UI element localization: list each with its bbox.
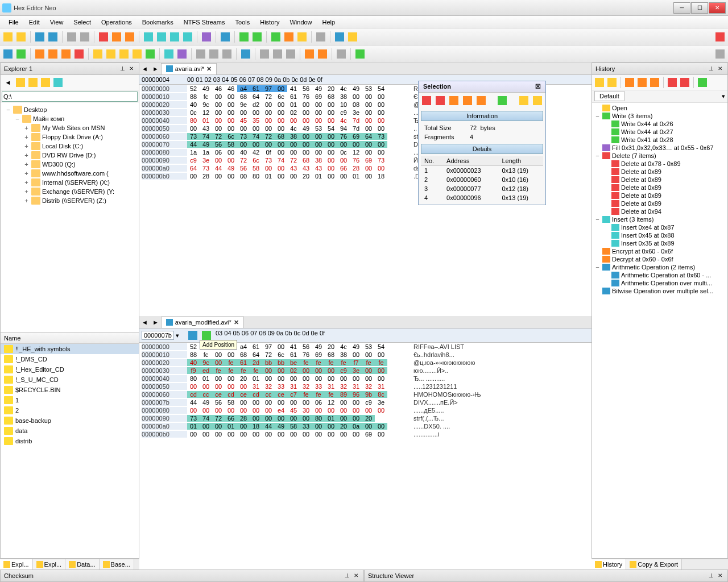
view3-button[interactable] [169, 31, 180, 43]
edit3-button[interactable] [60, 48, 72, 60]
compare-button[interactable] [220, 31, 231, 43]
file-item[interactable]: !_Hex_Editor_CD [1, 364, 139, 375]
explorer-tab[interactable]: Base... [100, 559, 134, 569]
history-item[interactable]: Delete at 0x94 [593, 207, 726, 215]
sel-btn4[interactable] [462, 95, 473, 106]
history-item[interactable]: Arithmetic Operation at 0x60 - ... [593, 271, 726, 279]
file-item[interactable]: base-backup [1, 415, 139, 426]
name-column[interactable]: Name [1, 333, 139, 344]
plugin-button[interactable] [354, 48, 366, 60]
history-item[interactable]: Bitwise Operation over multiple sel... [593, 287, 726, 295]
view-button[interactable] [52, 77, 64, 88]
view1-button[interactable] [143, 31, 154, 43]
sel-btn5[interactable] [475, 95, 487, 106]
about-button[interactable] [251, 31, 263, 43]
history-item[interactable]: Insert 0x45 at 0x88 [593, 231, 726, 239]
sel-btn3[interactable] [448, 95, 460, 106]
view2-button[interactable] [156, 31, 167, 43]
history-item[interactable]: Write 0x44 at 0x26 [593, 120, 726, 128]
pin-icon[interactable]: ⊥ [707, 65, 715, 73]
history-item[interactable]: Delete at 0x89 [593, 184, 726, 192]
find-button[interactable] [195, 48, 206, 60]
close-panel-button[interactable]: ✕ [352, 572, 360, 580]
op2-button[interactable] [272, 48, 283, 60]
hex-row[interactable]: 0000004080010000200100000000000000000000… [139, 375, 592, 383]
hist-btn2[interactable] [606, 77, 618, 88]
file-item[interactable]: 1 [1, 395, 139, 405]
addpos-button[interactable] [187, 330, 198, 341]
globe-button[interactable] [270, 31, 282, 43]
file-item[interactable]: !_S_U_MC_CD [1, 375, 139, 385]
op1-button[interactable] [259, 48, 270, 60]
op3-button[interactable] [285, 48, 296, 60]
history-item[interactable]: Insert 0xe4 at 0x87 [593, 223, 726, 231]
history-item[interactable]: Delete at 0x89 [593, 192, 726, 199]
history-item[interactable]: Open [593, 104, 726, 112]
flag-button[interactable] [714, 31, 726, 43]
tree-node[interactable]: +Distrib (\\SERVER) (Z:) [3, 196, 136, 205]
menu-view[interactable]: View [45, 17, 69, 27]
unlock-button[interactable] [317, 48, 328, 60]
file-item[interactable]: !!_HE_with symbols [1, 344, 139, 354]
addr-input[interactable]: 0000007b [142, 331, 174, 340]
menu-bookmarks[interactable]: Bookmarks [137, 17, 179, 27]
menu-history[interactable]: History [255, 17, 284, 27]
selection-close-button[interactable]: ☒ [535, 83, 541, 90]
history-item[interactable]: Decrypt at 0x60 - 0x6f [593, 255, 726, 263]
tree-node[interactable]: +DVD RW Drive (D:) [3, 151, 136, 160]
email-button[interactable] [283, 31, 295, 43]
tool2-button[interactable] [105, 48, 117, 60]
menu-ntfs-streams[interactable]: NTFS Streams [179, 17, 230, 27]
explorer-tab[interactable]: Expl... [33, 559, 66, 569]
newfolder-button[interactable] [40, 77, 51, 88]
drive-combo[interactable]: Q:\ [2, 92, 138, 102]
tree-node[interactable]: −Desktop [3, 105, 136, 114]
explorer-tab[interactable]: Data... [65, 559, 99, 569]
preview-button[interactable] [79, 31, 90, 43]
help-button[interactable] [238, 31, 250, 43]
history-item[interactable]: Arithmetic Operation over multi... [593, 279, 726, 287]
hex-row[interactable]: 0000007b4449565800000000000006120000c93e… [139, 398, 592, 406]
extra-button[interactable] [714, 48, 726, 60]
cart-button[interactable] [296, 31, 308, 43]
undo-button[interactable] [2, 48, 14, 60]
hex-tab-2[interactable]: avaria_modified.avi* ✕ [161, 317, 244, 328]
tree-node[interactable]: +Internal (\\SERVER) (X:) [3, 178, 136, 187]
history-item[interactable]: Delete at 0x78 - 0x89 [593, 160, 726, 168]
paste-button[interactable] [124, 31, 135, 43]
saveall-button[interactable] [47, 31, 59, 43]
back-button[interactable]: ◄ [2, 77, 14, 88]
hex-row[interactable]: 000000b000000000000000000000000000006900… [139, 430, 592, 438]
next-tab-button[interactable]: ► [150, 65, 161, 72]
info-button[interactable] [334, 31, 345, 43]
copy-button[interactable] [111, 31, 122, 43]
history-item[interactable]: Fill 0x31,0x32,0x33… at 0x55 - 0x67 [593, 144, 726, 152]
history-item[interactable]: −Insert (3 items) [593, 215, 726, 223]
close-panel-button[interactable]: ✕ [716, 572, 724, 580]
tree-node[interactable]: +Local Disk (C:) [3, 142, 136, 151]
pin-icon[interactable]: ⊥ [707, 572, 715, 580]
hex-row[interactable]: 0000005000000000003132333132333132313231… [139, 383, 592, 390]
goto-button[interactable] [163, 48, 175, 60]
close-button[interactable]: ✕ [709, 2, 726, 14]
menu-tools[interactable]: Tools [230, 17, 255, 27]
hex-row[interactable]: 00000090737472662800000000008001000020st… [139, 414, 592, 422]
redo-button[interactable] [15, 48, 27, 60]
sel-btn2[interactable] [435, 95, 446, 106]
hex-row[interactable]: 000000a0010000010018444958330000200a0000… [139, 422, 592, 430]
history-tab[interactable]: History [592, 559, 626, 569]
folder-tree[interactable]: −Desktop−Майн комп+My Web Sites on MSN+F… [1, 103, 139, 332]
hist-btn4[interactable] [636, 77, 648, 88]
hist-btn8[interactable] [697, 77, 708, 88]
hist-btn3[interactable] [624, 77, 635, 88]
tab-close-button[interactable]: ✕ [234, 319, 239, 326]
close-panel-button[interactable]: ✕ [127, 65, 135, 73]
refresh-button[interactable] [27, 77, 39, 88]
lock-button[interactable] [304, 48, 315, 60]
history-tab-default[interactable]: Default [594, 91, 624, 101]
tool1-button[interactable] [92, 48, 104, 60]
replace-button[interactable] [221, 48, 233, 60]
hex-row[interactable]: 0000001088fc00006864726c6176696838000000… [139, 351, 592, 359]
open-button[interactable] [15, 31, 27, 43]
tool3-button[interactable] [118, 48, 130, 60]
